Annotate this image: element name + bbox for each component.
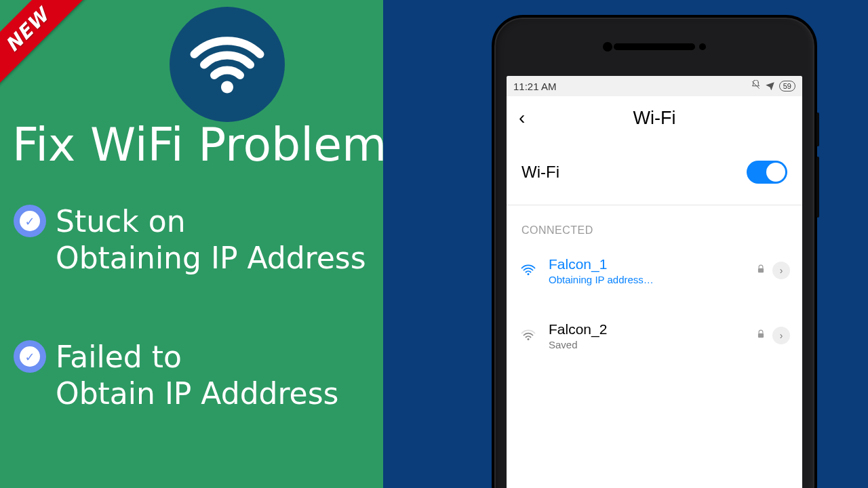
status-time: 11:21 AM xyxy=(513,81,556,92)
wifi-icon xyxy=(170,7,285,122)
mute-icon xyxy=(751,80,761,92)
airplane-icon xyxy=(765,80,775,92)
wifi-toggle-row: Wi-Fi xyxy=(507,140,802,205)
battery-indicator: 59 xyxy=(779,81,795,92)
sensor-icon xyxy=(699,43,706,50)
bullet-item: ✓ Stuck on Obtaining IP Address xyxy=(14,203,366,276)
camera-icon xyxy=(603,42,612,52)
section-label: CONNECTED xyxy=(507,205,802,246)
titlebar: ‹ Wi-Fi xyxy=(507,96,802,140)
network-status: Saved xyxy=(549,339,745,350)
network-name: Falcon_1 xyxy=(549,256,745,272)
lock-icon xyxy=(756,329,766,342)
phone-frame: 11:21 AM 59 ‹ Wi-Fi Wi-Fi CONNECTED xyxy=(492,15,817,488)
wifi-toggle[interactable] xyxy=(747,161,787,184)
svg-rect-0 xyxy=(758,268,764,272)
phone-side-button xyxy=(816,157,819,218)
wifi-toggle-label: Wi-Fi xyxy=(521,163,559,182)
phone-screen: 11:21 AM 59 ‹ Wi-Fi Wi-Fi CONNECTED xyxy=(507,76,802,488)
bullet-item: ✓ Failed to Obtain IP Adddress xyxy=(14,339,339,411)
network-status: Obtaining IP address… xyxy=(549,274,745,285)
bullet-text: Failed to Obtain IP Adddress xyxy=(56,339,339,411)
page-title: Wi-Fi xyxy=(633,108,676,129)
wifi-signal-icon xyxy=(519,327,538,344)
phone-side-button xyxy=(816,113,819,146)
heading: Fix WiFi Problem xyxy=(12,122,387,168)
bullet-text: Stuck on Obtaining IP Address xyxy=(56,203,366,276)
svg-rect-1 xyxy=(758,333,764,338)
network-row[interactable]: Falcon_2 Saved › xyxy=(507,311,802,360)
lock-icon xyxy=(756,264,766,277)
detail-button[interactable]: › xyxy=(772,327,790,344)
network-name: Falcon_2 xyxy=(549,321,745,338)
detail-button[interactable]: › xyxy=(772,262,790,279)
speaker xyxy=(614,43,695,50)
back-button[interactable]: ‹ xyxy=(519,108,525,127)
check-icon: ✓ xyxy=(14,340,46,373)
check-icon: ✓ xyxy=(14,205,46,237)
status-bar: 11:21 AM 59 xyxy=(507,76,802,96)
network-row[interactable]: Falcon_1 Obtaining IP address… › xyxy=(507,246,802,295)
wifi-signal-icon xyxy=(519,262,538,279)
phone-top xyxy=(494,18,814,76)
